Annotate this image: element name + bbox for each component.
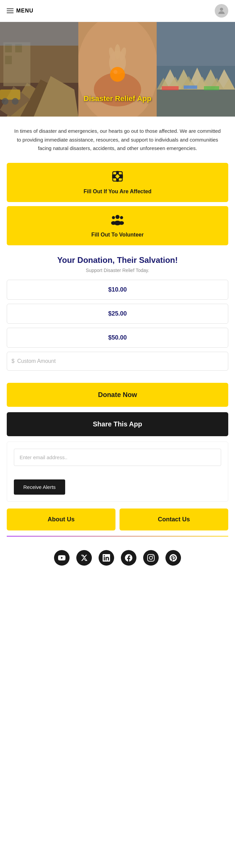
svg-point-13 [12, 98, 19, 105]
donate-now-button[interactable]: Donate Now [7, 383, 228, 407]
svg-point-23 [113, 70, 118, 74]
description-text: In times of disaster and emergencies, ou… [14, 127, 221, 153]
hero-image-rubble [0, 22, 78, 117]
svg-rect-38 [162, 86, 179, 90]
youtube-icon[interactable] [54, 550, 70, 566]
affected-card[interactable]: Fill Out If You Are Affected [7, 163, 228, 202]
donation-section: Your Donation, Their Salvation! Support … [0, 245, 235, 377]
hamburger-icon [7, 8, 14, 13]
volunteer-label: Fill Out To Volunteer [92, 232, 144, 238]
receive-alerts-button[interactable]: Receive Alerts [14, 479, 65, 495]
social-section [0, 543, 235, 576]
svg-rect-14 [0, 22, 78, 46]
svg-rect-10 [5, 56, 12, 64]
menu-button[interactable]: MENU [7, 8, 33, 14]
group-icon [111, 214, 124, 228]
volunteer-card[interactable]: Fill Out To Volunteer [7, 206, 228, 245]
amount-50[interactable]: $50.00 [7, 328, 228, 348]
avatar[interactable] [215, 4, 228, 18]
svg-point-53 [119, 221, 124, 225]
svg-point-22 [110, 67, 125, 82]
svg-point-48 [115, 215, 120, 219]
divider [7, 536, 228, 537]
svg-point-50 [112, 216, 115, 219]
hero-section: Disaster Relief App [0, 22, 235, 117]
svg-point-52 [120, 216, 123, 219]
action-cards: Fill Out If You Are Affected Fill Out To… [0, 163, 235, 245]
app-header: MENU [0, 0, 235, 22]
svg-point-12 [2, 98, 8, 105]
svg-point-51 [111, 221, 116, 225]
amount-options: $10.00 $25.00 $50.00 $ [7, 280, 228, 371]
affected-label: Fill Out If You Are Affected [84, 189, 152, 195]
donation-title: Your Donation, Their Salvation! [7, 255, 228, 265]
email-section: Receive Alerts [7, 442, 228, 502]
svg-point-0 [220, 8, 223, 11]
medical-icon [111, 170, 124, 185]
amount-10[interactable]: $10.00 [7, 280, 228, 300]
user-icon [217, 6, 226, 16]
donation-subtitle: Support Disaster Relief Today. [7, 268, 228, 273]
svg-rect-11 [0, 90, 20, 100]
svg-rect-46 [115, 176, 120, 177]
svg-rect-26 [157, 90, 235, 117]
hero-overlay: Disaster Relief App [84, 94, 152, 103]
share-app-button[interactable]: Share This App [7, 412, 228, 436]
amount-25[interactable]: $25.00 [7, 304, 228, 324]
instagram-icon[interactable] [143, 550, 159, 566]
linkedin-icon[interactable] [99, 550, 114, 566]
svg-rect-40 [204, 86, 219, 90]
description-section: In times of disaster and emergencies, ou… [0, 117, 235, 163]
svg-rect-39 [184, 85, 197, 89]
email-input[interactable] [14, 449, 221, 466]
contact-us-button[interactable]: Contact Us [120, 509, 228, 530]
svg-point-20 [115, 44, 120, 59]
facebook-icon[interactable] [121, 550, 136, 566]
about-us-button[interactable]: About Us [7, 509, 115, 530]
menu-label: MENU [16, 8, 33, 14]
custom-amount-input[interactable] [7, 352, 228, 371]
hero-image-tents [157, 22, 235, 117]
svg-rect-25 [157, 22, 235, 66]
x-twitter-icon[interactable] [76, 550, 92, 566]
hero-title: Disaster Relief App [84, 94, 152, 103]
currency-symbol: $ [11, 358, 15, 364]
pinterest-icon[interactable] [165, 550, 181, 566]
custom-amount-wrapper: $ [7, 352, 228, 371]
footer-nav: About Us Contact Us [0, 509, 235, 536]
